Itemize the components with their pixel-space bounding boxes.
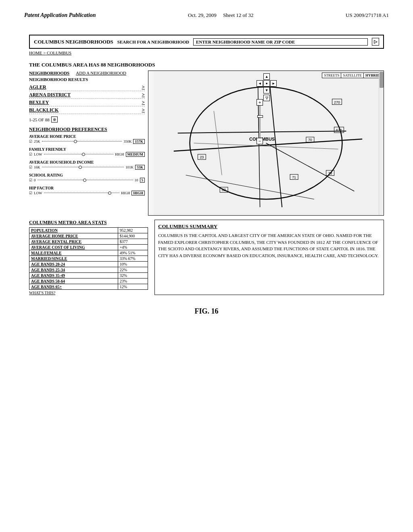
pref-value: 55K — [135, 165, 145, 170]
stats-table: POPULATION 952,982 AVERAGE HOME PRICE $1… — [29, 227, 148, 290]
stat-label: AGE BANDS 20-24 — [29, 262, 118, 267]
whats-this-link[interactable]: WHAT'S THIS? — [29, 291, 148, 295]
checkbox-icon[interactable]: ☑ — [29, 178, 32, 182]
breadcrumb-separator: > — [43, 50, 46, 55]
table-row: AGE BANDS 20-24 10% — [29, 262, 148, 267]
breadcrumb: HOME > COLUMBUS — [29, 50, 384, 55]
pref-slider-row: ☑ 16K 101K 55K — [29, 165, 145, 170]
stats-title: COLUMBUS METRO AREA STATS — [29, 220, 148, 226]
svg-text:270: 270 — [334, 100, 340, 104]
checkbox-icon[interactable]: ☑ — [29, 165, 32, 169]
map-nav-up-button[interactable]: ▲ — [263, 73, 270, 80]
svg-text:670: 670 — [336, 128, 342, 132]
table-row: AGE BANDS 25-34 22% — [29, 267, 148, 273]
pagination: 1-25 OF 88 ⊕ — [29, 116, 145, 123]
checkbox-icon[interactable]: ☑ — [29, 191, 32, 195]
summary-section: COLUMBUS SUMMARY COLUMBUS IS THE CAPITOL… — [154, 220, 384, 295]
pref-slider-row: ☑ LOW HIGH MEDIUM — [29, 152, 145, 157]
pref-family-friendly: FAMILY FRIENDLY ☑ LOW HIGH MEDIUM — [29, 147, 145, 157]
map-nav-extra-button[interactable]: ▽ — [263, 95, 270, 101]
stat-value: 952,982 — [118, 228, 148, 233]
stat-label: MALE/FEMALE — [29, 250, 118, 256]
map-scrollbar-thumb[interactable] — [380, 72, 384, 88]
list-item[interactable]: BLACKLICK > — [29, 106, 145, 114]
chevron-right-icon: > — [142, 107, 145, 113]
pref-household-income: AVERAGE HOUSEHOLD INCOME ☑ 16K 101K 55K — [29, 160, 145, 170]
preferences-title: NEIGHBORHOOD PREFERENCES — [29, 127, 145, 133]
tab-add-neighborhood[interactable]: ADD A NEIGHBORHOOD — [76, 71, 126, 75]
map-satellite-button[interactable]: SATELLITE — [341, 73, 364, 78]
area-headline: THE COLUMBUS AREA HAS 88 NEIGHBORHOODS — [29, 62, 384, 68]
tab-neighborhoods[interactable]: NEIGHBORHOODS — [29, 71, 69, 75]
stat-value: $377 — [118, 239, 148, 245]
pref-value: 157K — [133, 139, 145, 144]
table-row: POPULATION 952,982 — [29, 228, 148, 233]
patent-number: US 2009/271718 A1 — [346, 12, 389, 19]
stat-value: 33% 67% — [118, 256, 148, 262]
map-nav-center-button[interactable]: ● — [263, 80, 270, 87]
map-zoom-out-button[interactable]: − — [257, 138, 263, 144]
map-scrollbar[interactable] — [379, 71, 384, 215]
site-title: COLUMBUS NEIGHBORHOODS — [34, 39, 113, 45]
list-item[interactable]: ARENA DISTRICT > — [29, 91, 145, 99]
map-nav-left-button[interactable]: ◄ — [257, 80, 263, 87]
patent-date: Oct. 29, 2009 — [188, 12, 217, 18]
neighborhood-name: ARENA DISTRICT — [29, 92, 71, 98]
stat-label: AGE BANDS 50-64 — [29, 278, 118, 284]
neighborhood-name: BLACKLICK — [29, 107, 58, 113]
map-nav-down-button[interactable]: ▼ — [263, 87, 270, 94]
slider-min-label: 25K — [34, 139, 40, 143]
checkbox-icon[interactable]: ☑ — [29, 152, 32, 156]
stat-label: MARRIED/SINGLE — [29, 256, 118, 262]
table-row: AGE BANDS 50-64 23% — [29, 278, 148, 284]
search-input[interactable]: ENTER NEIGHBORHOOD NAME OR ZIP CODE — [193, 38, 368, 46]
stat-label: AGE BANDS 35-49 — [29, 273, 118, 278]
map-zoom-in-button[interactable]: + — [257, 99, 263, 106]
stat-label: AVERAGE COST OF LIVING — [29, 245, 118, 250]
neighborhood-results-label: NEIGHBORHOOD RESULTS — [29, 77, 145, 82]
slider-min-label: 0 — [34, 178, 36, 182]
slider-min-label: LOW — [34, 152, 42, 156]
sidebar: NEIGHBORHOODS ADD A NEIGHBORHOOD NEIGHBO… — [29, 71, 148, 216]
pref-school-rating: SCHOOL RATING ☑ 0 10 5 — [29, 173, 145, 183]
stat-value: 10% — [118, 262, 148, 267]
stat-value: 49% 51% — [118, 250, 148, 256]
stat-value: +4% — [118, 245, 148, 250]
search-label: SEARCH FOR A NEIGHBORHOOD — [117, 39, 189, 44]
slider-max-label: 101K — [125, 165, 133, 169]
stat-label: AGE BANDS 65+ — [29, 284, 118, 290]
list-item[interactable]: AGLER > — [29, 83, 145, 91]
table-row: MALE/FEMALE 49% 51% — [29, 250, 148, 256]
search-submit-button[interactable]: ▷ — [372, 38, 379, 46]
pref-slider-row: ☑ 25K 350K 157K — [29, 139, 145, 144]
table-row: AGE BANDS 35-49 32% — [29, 273, 148, 278]
pref-label: AVERAGE HOUSEHOLD INCOME — [29, 160, 145, 164]
stat-value: 32% — [118, 273, 148, 278]
pref-value: HIGH — [131, 191, 145, 195]
list-item[interactable]: BEXLEY > — [29, 99, 145, 106]
breadcrumb-home[interactable]: HOME — [29, 50, 42, 55]
neighborhood-list: AGLER > ARENA DISTRICT > BEXLEY > BLACKL… — [29, 83, 145, 114]
stat-label: AVERAGE RENTAL PRICE — [29, 239, 118, 245]
svg-text:70: 70 — [308, 138, 312, 142]
stat-value: 12% — [118, 284, 148, 290]
map-view-controls: STREETS SATELLITE HYBRID — [322, 73, 382, 78]
map-nav-right-button[interactable]: ► — [270, 80, 277, 87]
table-row: MARRIED/SINGLE 33% 67% — [29, 256, 148, 262]
pref-label: FAMILY FRIENDLY — [29, 147, 145, 152]
stat-value: 23% — [118, 278, 148, 284]
svg-text:71: 71 — [292, 175, 296, 179]
checkbox-icon[interactable]: ☑ — [29, 139, 32, 143]
map-zoom-controls: + − — [257, 99, 263, 144]
map-streets-button[interactable]: STREETS — [322, 73, 341, 78]
preferences-section: NEIGHBORHOOD PREFERENCES AVERAGE HOME PR… — [29, 127, 145, 195]
svg-text:23: 23 — [200, 155, 204, 159]
pref-slider-row: ☑ LOW HIGH HIGH — [29, 191, 145, 195]
breadcrumb-city[interactable]: COLUMBUS — [47, 50, 71, 55]
map-nav-cluster: ▲ ◄ ● ► ▼ ▽ — [257, 73, 277, 101]
slider-max-label: 350K — [123, 139, 131, 143]
chevron-right-icon: > — [142, 84, 145, 90]
pagination-icon[interactable]: ⊕ — [51, 116, 58, 123]
stat-label: AVERAGE HOME PRICE — [29, 233, 118, 239]
map-zoom-handle[interactable] — [257, 115, 263, 118]
